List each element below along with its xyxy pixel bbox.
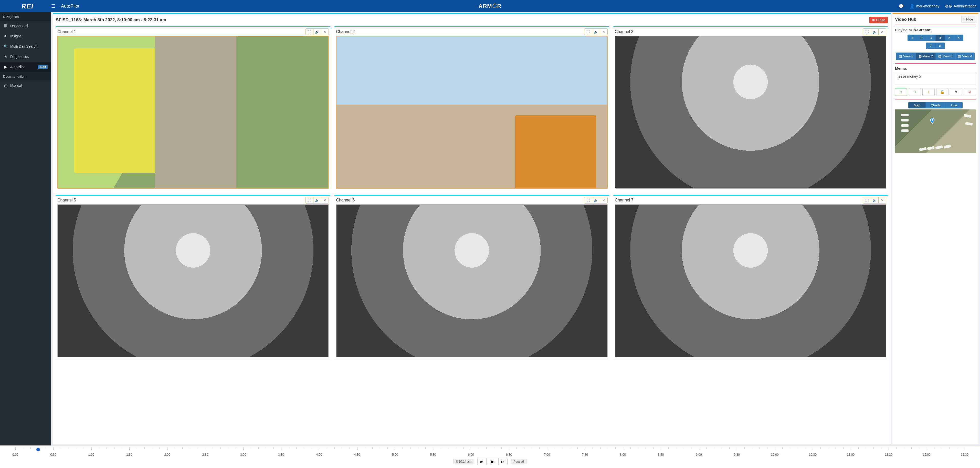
mute-button[interactable]: 🔊 <box>313 29 321 35</box>
close-icon: ✕ <box>881 30 884 34</box>
sidebar-item-diagnostics[interactable]: ∿Diagnostics <box>0 51 51 62</box>
tick-label: 8:00 <box>620 453 626 457</box>
stream-button-8[interactable]: 8 <box>935 43 945 49</box>
close-icon: ✕ <box>323 30 326 34</box>
fullscreen-button[interactable]: ⛶ <box>863 197 871 203</box>
tick-label: 4:00 <box>316 453 322 457</box>
mute-button[interactable]: 🔈 <box>592 29 600 35</box>
video-thumbnail[interactable] <box>57 36 329 188</box>
close-button[interactable]: ✖ Close <box>869 17 888 23</box>
stream-button-3[interactable]: 3 <box>926 35 935 41</box>
view-button-view-2[interactable]: ▦View 2 <box>916 53 936 60</box>
fullscreen-button[interactable]: ⛶ <box>305 197 313 203</box>
download-button[interactable]: ⤓ <box>923 88 935 96</box>
skip-forward-button[interactable]: ⏭ <box>498 458 508 465</box>
app-title: AutoPilot <box>61 3 80 9</box>
tick-label: 12:00 <box>923 453 931 457</box>
video-thumbnail[interactable] <box>615 36 886 188</box>
playing-stream-label: Playing Sub-Stream: <box>895 28 976 32</box>
tab-live[interactable]: Live <box>946 102 963 109</box>
sidebar-item-label: Dashboard <box>10 24 28 28</box>
user-link[interactable]: 👤markmckinney <box>910 4 939 9</box>
channel-title: Channel 1 <box>57 29 76 34</box>
playback-status: Paused <box>511 459 527 464</box>
mute-button[interactable]: 🔈 <box>592 197 600 203</box>
book-icon: ▤ <box>3 83 8 88</box>
upload-button[interactable]: ⇧ <box>895 88 907 96</box>
play-icon: ▶ <box>3 65 8 69</box>
tick-label: 0:30 <box>51 453 56 457</box>
playhead[interactable] <box>37 448 40 451</box>
fullscreen-icon: ⛶ <box>586 198 590 202</box>
map-view[interactable] <box>895 109 976 153</box>
administration-link[interactable]: ⚙⚙Administration <box>945 4 977 9</box>
tick-label: 4:30 <box>354 453 360 457</box>
memo-input[interactable] <box>895 72 976 85</box>
close-channel-button[interactable]: ✕ <box>600 29 608 35</box>
view-button-view-1[interactable]: ▦View 1 <box>896 53 916 60</box>
view-button-view-3[interactable]: ▦View 3 <box>935 53 955 60</box>
unlock-icon: 🔓 <box>940 90 944 94</box>
close-channel-button[interactable]: ✕ <box>600 197 608 203</box>
stream-button-2[interactable]: 2 <box>917 35 926 41</box>
video-thumbnail[interactable] <box>615 204 886 357</box>
close-channel-button[interactable]: ✕ <box>878 197 886 203</box>
fullscreen-button[interactable]: ⛶ <box>305 29 313 35</box>
stream-button-4[interactable]: 4 <box>935 35 945 41</box>
sidebar-item-insight[interactable]: ✈Insight <box>0 31 51 41</box>
sidebar-item-autopilot[interactable]: ▶AutoPilot1145 <box>0 62 51 72</box>
mute-button[interactable]: 🔈 <box>313 197 321 203</box>
video-thumbnail[interactable] <box>57 204 329 357</box>
chat-icon[interactable]: 💬 <box>899 4 904 9</box>
flag-button[interactable]: ⚑ <box>950 88 963 96</box>
video-thumbnail[interactable] <box>336 204 608 357</box>
chevron-right-icon: › <box>964 18 965 21</box>
video-panel: SFISD_1168: March 8th 2022, 8:10:00 am -… <box>53 13 891 444</box>
tick-label: 3:00 <box>240 453 246 457</box>
fullscreen-button[interactable]: ⛶ <box>584 29 592 35</box>
unlock-button[interactable]: 🔓 <box>936 88 948 96</box>
tab-charts[interactable]: Charts <box>926 102 946 109</box>
play-button[interactable]: ▶ <box>486 458 499 465</box>
video-card: Channel 6⛶🔈✕ <box>334 195 609 359</box>
video-card: Channel 3⛶🔈✕ <box>613 26 888 191</box>
tick-label: 5:30 <box>430 453 436 457</box>
tab-map[interactable]: Map <box>908 102 926 109</box>
menu-toggle-icon[interactable]: ☰ <box>51 3 55 9</box>
volume-icon: 🔈 <box>594 30 598 34</box>
play-icon: ▶ <box>491 459 494 465</box>
sidebar-item-label: Insight <box>10 34 21 38</box>
view-button-view-4[interactable]: ▦View 4 <box>955 53 975 60</box>
fullscreen-button[interactable]: ⛶ <box>584 197 592 203</box>
tick-label: 12:30 <box>961 453 969 457</box>
fullscreen-button[interactable]: ⛶ <box>863 29 871 35</box>
sidebar-item-manual[interactable]: ▤Manual <box>0 80 51 91</box>
video-grid: Channel 1⛶🔊✕Channel 2⛶🔈✕Channel 3⛶🔈✕Chan… <box>56 26 888 359</box>
stream-button-5[interactable]: 5 <box>945 35 954 41</box>
video-thumbnail[interactable] <box>336 36 608 188</box>
current-time: 8:10:14 am <box>453 459 474 464</box>
block-button[interactable]: ⊘ <box>964 88 976 96</box>
stream-button-1[interactable]: 1 <box>908 35 917 41</box>
tick-label: 10:30 <box>809 453 817 457</box>
close-channel-button[interactable]: ✕ <box>321 197 329 203</box>
mute-button[interactable]: 🔈 <box>871 29 878 35</box>
svg-point-0 <box>931 119 933 121</box>
stream-button-6[interactable]: 6 <box>954 35 963 41</box>
mute-button[interactable]: 🔈 <box>871 197 878 203</box>
volume-icon: 🔈 <box>315 198 319 202</box>
close-icon: ✖ <box>872 18 875 22</box>
skip-back-button[interactable]: ⏮ <box>477 458 487 465</box>
sidebar-item-multi-day-search[interactable]: 🔍Multi Day Search <box>0 41 51 51</box>
hide-button[interactable]: › Hide <box>961 16 976 22</box>
share-button[interactable]: ↷ <box>909 88 921 96</box>
sidebar-item-dashboard[interactable]: 𝗅𝗅𝗅Dashboard <box>0 21 51 31</box>
timeline-ruler[interactable] <box>15 449 965 452</box>
close-channel-button[interactable]: ✕ <box>878 29 886 35</box>
timeline: 0:000:301:001:302:002:303:003:304:004:30… <box>0 446 980 468</box>
channel-title: Channel 5 <box>57 198 76 203</box>
tick-label: 2:00 <box>164 453 170 457</box>
close-channel-button[interactable]: ✕ <box>321 29 329 35</box>
tick-label: 11:30 <box>885 453 892 457</box>
stream-button-7[interactable]: 7 <box>926 43 935 49</box>
